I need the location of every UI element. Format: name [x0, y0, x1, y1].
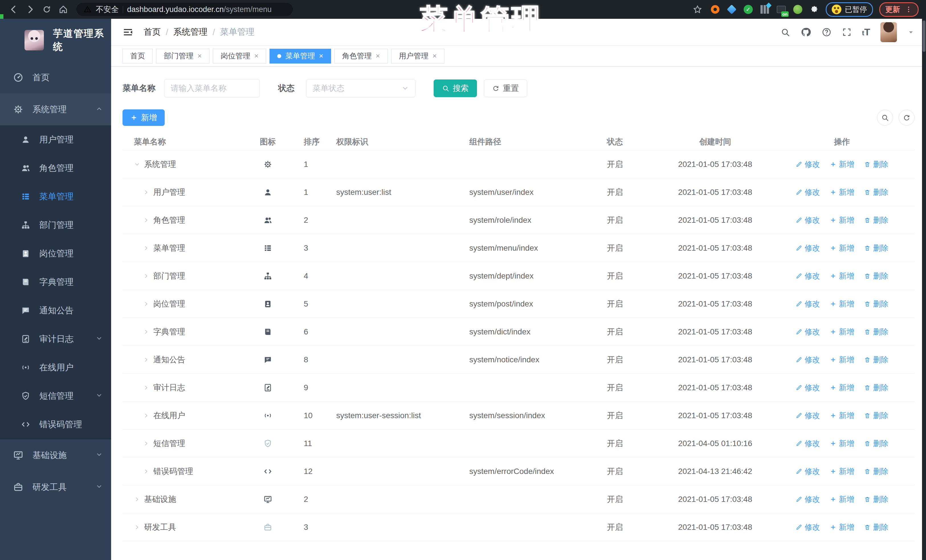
expand-caret-right-icon[interactable] — [143, 301, 149, 307]
add-action-link[interactable]: 新增 — [830, 299, 854, 309]
add-action-link[interactable]: 新增 — [830, 187, 854, 198]
tab-用户管理[interactable]: 用户管理× — [391, 49, 445, 63]
search-button[interactable]: 搜索 — [434, 80, 477, 97]
breadcrumb-item[interactable]: 系统管理 — [173, 26, 207, 38]
sidebar-item-字典管理[interactable]: 字典管理 — [0, 268, 111, 296]
edit-action-link[interactable]: 修改 — [796, 243, 820, 253]
add-action-link[interactable]: 新增 — [830, 243, 854, 253]
tab-close-icon[interactable]: × — [197, 51, 202, 60]
edit-action-link[interactable]: 修改 — [796, 411, 820, 421]
edit-action-link[interactable]: 修改 — [796, 327, 820, 337]
page-scrollbar[interactable] — [922, 19, 926, 560]
delete-action-link[interactable]: 删除 — [864, 159, 888, 169]
add-action-link[interactable]: 新增 — [830, 159, 854, 169]
extensions-puzzle-icon[interactable] — [809, 4, 819, 15]
help-icon[interactable] — [822, 27, 832, 37]
tab-菜单管理[interactable]: 菜单管理× — [269, 49, 331, 63]
refresh-table-button[interactable] — [899, 110, 915, 125]
add-action-link[interactable]: 新增 — [830, 355, 854, 365]
expand-caret-right-icon[interactable] — [134, 496, 140, 503]
sidebar-item-用户管理[interactable]: 用户管理 — [0, 125, 111, 154]
edit-action-link[interactable]: 修改 — [796, 355, 820, 365]
reset-button[interactable]: 重置 — [484, 80, 527, 97]
expand-caret-right-icon[interactable] — [143, 468, 149, 474]
expand-caret-down-icon[interactable] — [134, 161, 140, 168]
tab-岗位管理[interactable]: 岗位管理× — [213, 49, 266, 63]
delete-action-link[interactable]: 删除 — [864, 383, 888, 393]
extension-tampermonkey-icon[interactable] — [793, 4, 803, 15]
tab-close-icon[interactable]: × — [319, 51, 323, 60]
extension-gem-icon[interactable] — [726, 4, 737, 15]
edit-action-link[interactable]: 修改 — [796, 494, 820, 504]
sidebar-item-错误码管理[interactable]: 错误码管理 — [0, 410, 111, 439]
browser-back-icon[interactable] — [8, 3, 20, 16]
delete-action-link[interactable]: 删除 — [864, 299, 888, 309]
tab-close-icon[interactable]: × — [254, 51, 259, 60]
sidebar-item-岗位管理[interactable]: 岗位管理 — [0, 239, 111, 268]
delete-action-link[interactable]: 删除 — [864, 411, 888, 421]
expand-caret-right-icon[interactable] — [143, 440, 149, 447]
status-select[interactable]: 菜单状态 — [306, 79, 415, 97]
expand-caret-right-icon[interactable] — [143, 385, 149, 391]
edit-action-link[interactable]: 修改 — [796, 271, 820, 281]
sidebar-item-审计日志[interactable]: 审计日志 — [0, 325, 111, 353]
browser-reload-icon[interactable] — [41, 3, 53, 16]
edit-action-link[interactable]: 修改 — [796, 215, 820, 225]
add-action-link[interactable]: 新增 — [830, 383, 854, 393]
user-avatar[interactable] — [881, 22, 897, 42]
add-action-link[interactable]: 新增 — [830, 215, 854, 225]
sidebar-item-首页[interactable]: 首页 — [0, 62, 111, 94]
tab-close-icon[interactable]: × — [433, 51, 437, 60]
scrollbar-thumb[interactable] — [923, 21, 925, 52]
edit-action-link[interactable]: 修改 — [796, 383, 820, 393]
delete-action-link[interactable]: 删除 — [864, 522, 888, 532]
paused-badge[interactable]: 已暂停 — [826, 2, 873, 17]
delete-action-link[interactable]: 删除 — [864, 327, 888, 337]
delete-action-link[interactable]: 删除 — [864, 438, 888, 448]
add-action-link[interactable]: 新增 — [830, 411, 854, 421]
update-button[interactable]: 更新 — [879, 2, 918, 17]
add-button[interactable]: 新增 — [123, 109, 165, 126]
browser-forward-icon[interactable] — [24, 3, 36, 16]
sidebar-item-角色管理[interactable]: 角色管理 — [0, 154, 111, 182]
edit-action-link[interactable]: 修改 — [796, 299, 820, 309]
add-action-link[interactable]: 新增 — [830, 271, 854, 281]
search-icon[interactable] — [781, 27, 790, 37]
collapse-sidebar-icon[interactable] — [123, 27, 133, 38]
extension-switch-icon[interactable]: on — [776, 4, 787, 15]
delete-action-link[interactable]: 删除 — [864, 243, 888, 253]
edit-action-link[interactable]: 修改 — [796, 187, 820, 198]
user-caret-down-icon[interactable] — [907, 29, 915, 36]
extension-ublock-icon[interactable] — [710, 4, 720, 15]
browser-home-icon[interactable] — [57, 3, 70, 16]
sidebar-item-通知公告[interactable]: 通知公告 — [0, 296, 111, 325]
delete-action-link[interactable]: 删除 — [864, 494, 888, 504]
menu-name-input[interactable]: 请输入菜单名称 — [164, 79, 260, 97]
sidebar-item-研发工具[interactable]: 研发工具 — [0, 471, 111, 503]
add-action-link[interactable]: 新增 — [830, 494, 854, 504]
edit-action-link[interactable]: 修改 — [796, 159, 820, 169]
github-icon[interactable] — [800, 27, 811, 38]
sidebar-item-菜单管理[interactable]: 菜单管理 — [0, 182, 111, 211]
tab-角色管理[interactable]: 角色管理× — [334, 49, 388, 63]
sidebar-item-基础设施[interactable]: 基础设施 — [0, 439, 111, 471]
tab-部门管理[interactable]: 部门管理× — [156, 49, 209, 63]
font-size-icon[interactable]: tT — [862, 27, 870, 38]
expand-caret-right-icon[interactable] — [143, 217, 149, 223]
add-action-link[interactable]: 新增 — [830, 327, 854, 337]
expand-caret-right-icon[interactable] — [143, 189, 149, 195]
add-action-link[interactable]: 新增 — [830, 522, 854, 532]
delete-action-link[interactable]: 删除 — [864, 355, 888, 365]
bookmark-star-icon[interactable] — [691, 3, 704, 16]
address-bar[interactable]: 不安全 dashboard.yudao.iocoder.cn/system/me… — [76, 3, 293, 16]
expand-caret-right-icon[interactable] — [143, 357, 149, 363]
add-action-link[interactable]: 新增 — [830, 466, 854, 477]
expand-caret-right-icon[interactable] — [143, 273, 149, 279]
sidebar-item-部门管理[interactable]: 部门管理 — [0, 211, 111, 239]
edit-action-link[interactable]: 修改 — [796, 438, 820, 448]
kebab-menu-icon[interactable] — [905, 5, 912, 14]
expand-caret-right-icon[interactable] — [134, 524, 140, 530]
add-action-link[interactable]: 新增 — [830, 438, 854, 448]
toggle-search-button[interactable] — [877, 110, 893, 125]
expand-caret-right-icon[interactable] — [143, 412, 149, 419]
